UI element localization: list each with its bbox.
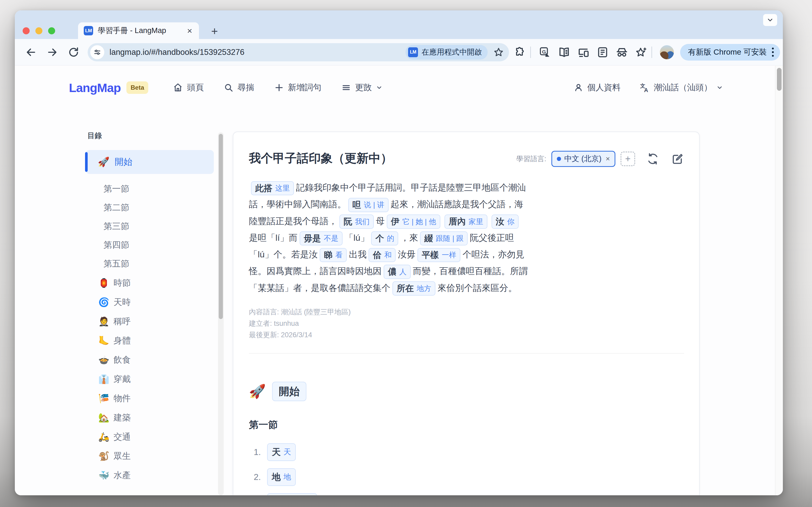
bookmark-star-icon[interactable] xyxy=(491,45,506,60)
page-scrollbar[interactable] xyxy=(775,66,783,495)
notes-list-extension-icon[interactable] xyxy=(596,46,609,58)
mandarin-gloss: 不是 xyxy=(324,233,338,243)
teochew-word: 地 xyxy=(272,471,281,483)
category-emoji-icon: 🌀 xyxy=(98,298,109,306)
forward-icon[interactable] xyxy=(43,43,62,62)
toc-item-start[interactable]: 🚀 開始 xyxy=(86,150,214,174)
site-settings-icon[interactable] xyxy=(90,45,104,59)
langmap-logo[interactable]: LangMap xyxy=(69,80,121,95)
add-language-button[interactable]: + xyxy=(620,152,635,166)
toolbar-divider xyxy=(652,47,652,58)
edit-icon[interactable] xyxy=(670,152,684,166)
tab-search-chevron-icon[interactable] xyxy=(763,14,777,26)
teochew-word: 佮 xyxy=(373,249,381,261)
word-chip[interactable]: 个的 xyxy=(371,231,398,246)
toc-category-item[interactable]: 🐒眾生 xyxy=(86,452,222,460)
toc-category-label: 飲食 xyxy=(113,355,130,364)
toc-category-item[interactable]: 🎏物件 xyxy=(86,394,222,402)
browser-toolbar: langmap.io/#/handbooks/1539253276 LM 在應用… xyxy=(15,39,783,65)
toc-section-item[interactable]: 第五節 xyxy=(86,260,222,268)
nav-home[interactable]: 頭頁 xyxy=(173,82,204,93)
section-heading: 🚀 開始 xyxy=(249,382,684,401)
teochew-word: 平樣 xyxy=(422,249,439,261)
word-chip[interactable]: 地地 xyxy=(267,468,296,486)
language-dot-icon xyxy=(557,157,561,161)
minimize-window-button[interactable] xyxy=(35,27,42,34)
word-chip[interactable]: 毋是不是 xyxy=(300,231,342,246)
site-header: LangMap Beta 頭頁 尋揣 xyxy=(15,66,775,109)
url-text[interactable]: langmap.io/#/handbooks/1539253276 xyxy=(109,48,405,57)
toc-category-label: 物件 xyxy=(113,394,130,403)
reload-icon[interactable] xyxy=(64,43,83,62)
word-chip[interactable]: 平樣一样 xyxy=(418,248,461,262)
teochew-word: 汝 xyxy=(496,216,504,227)
article-meta: 內容語言: 潮汕話 (陸豐三甲地區) 建立者: tsunhua 最後更新: 20… xyxy=(249,306,684,341)
close-window-button[interactable] xyxy=(22,27,30,34)
learning-language-chip[interactable]: 中文 (北京) × xyxy=(551,151,615,167)
incognito-extension-icon[interactable] xyxy=(616,46,628,58)
toc-section-item[interactable]: 第一節 xyxy=(86,185,222,193)
word-chip[interactable]: 呾说 | 讲 xyxy=(348,198,389,212)
nav-more[interactable]: 更敳 xyxy=(341,82,383,93)
word-chip[interactable]: 此搭这里 xyxy=(251,181,294,195)
paragraph-text: ，來 xyxy=(400,233,418,242)
word-chip[interactable]: 汝你 xyxy=(492,215,519,229)
toc-category-item[interactable]: 🤵稱呼 xyxy=(86,318,222,325)
category-emoji-icon: 👔 xyxy=(98,375,109,384)
toc-category-item[interactable]: 🏮時節 xyxy=(86,279,222,287)
toc-section-item[interactable]: 第三節 xyxy=(86,222,222,230)
browser-tab[interactable]: LM 學習手冊 - LangMap × xyxy=(78,22,199,39)
toc-category-item[interactable]: 🏡建築 xyxy=(86,414,222,421)
toc-category-item[interactable]: 🛵交通 xyxy=(86,433,222,441)
page-scrollbar-thumb[interactable] xyxy=(777,68,781,91)
remove-language-icon[interactable]: × xyxy=(606,155,610,163)
translate-extension-icon[interactable]: G xyxy=(539,46,551,58)
toc-category-label: 眾生 xyxy=(113,452,130,460)
ui-language-selector[interactable]: 文A 潮汕話（汕頭） xyxy=(639,82,723,93)
teochew-word: 儂 xyxy=(388,266,396,278)
profile-link[interactable]: 個人資料 xyxy=(574,82,620,93)
address-bar[interactable]: langmap.io/#/handbooks/1539253276 LM 在應用… xyxy=(88,43,509,61)
nav-search[interactable]: 尋揣 xyxy=(224,82,254,93)
ui-language-label: 潮汕話（汕頭） xyxy=(654,82,712,93)
back-icon[interactable] xyxy=(21,43,40,62)
word-chip[interactable]: 厝內家里 xyxy=(444,215,487,229)
word-chip[interactable]: 綴跟随 | 跟 xyxy=(420,231,468,246)
table-of-contents: 目錄 🚀 開始 第一節第二節第三節第四節第五節 🏮時節🌀天時🤵稱呼🦶身體🍲飲食👔… xyxy=(86,131,222,495)
toc-category-item[interactable]: 🌀天時 xyxy=(86,298,222,306)
toc-section-item[interactable]: 第二節 xyxy=(86,204,222,211)
word-chip[interactable]: 阮我们 xyxy=(339,215,374,229)
article-paragraph: 此搭这里記錄我印象中个甲子話用詞。甲子話是陸豐三甲地區个潮汕話，學術中歸入閩南語… xyxy=(249,179,529,296)
toc-scrollbar-thumb[interactable] xyxy=(219,134,223,319)
chrome-update-button[interactable]: 有新版 Chrome 可安裝 xyxy=(680,44,780,61)
open-in-app-label: 在應用程式中開啟 xyxy=(422,47,482,57)
send-to-device-icon[interactable] xyxy=(577,46,590,58)
favorites-extension-icon[interactable] xyxy=(635,46,647,58)
toc-scrollbar[interactable] xyxy=(218,132,224,495)
person-icon xyxy=(574,83,583,92)
word-chip[interactable]: 伊它 | 她 | 他 xyxy=(387,215,440,229)
open-in-app-chip[interactable]: LM 在應用程式中開啟 xyxy=(405,45,488,60)
word-chip[interactable]: 儂人 xyxy=(384,265,411,279)
browser-menu-icon[interactable] xyxy=(772,48,774,57)
sync-icon[interactable] xyxy=(646,152,660,166)
word-chip[interactable]: 睇看 xyxy=(320,248,347,262)
home-icon xyxy=(173,83,183,93)
nav-add-phrase[interactable]: 新增詞句 xyxy=(274,82,321,93)
toc-category-item[interactable]: 👔穿戴 xyxy=(86,375,222,383)
word-chip[interactable]: 所在地方 xyxy=(392,281,435,296)
new-tab-button[interactable]: + xyxy=(211,25,218,37)
toc-category-item[interactable]: 🦶身體 xyxy=(86,337,222,344)
profile-avatar[interactable] xyxy=(660,45,674,59)
toc-category-item[interactable]: 🍲飲食 xyxy=(86,356,222,364)
extensions-puzzle-icon[interactable] xyxy=(514,46,526,58)
word-chip[interactable]: 父父亲 | 父 xyxy=(267,493,317,495)
section-chip[interactable]: 開始 xyxy=(272,382,306,401)
toc-section-item[interactable]: 第四節 xyxy=(86,241,222,249)
zoom-window-button[interactable] xyxy=(48,27,55,34)
word-chip[interactable]: 佮和 xyxy=(369,248,395,262)
word-chip[interactable]: 天天 xyxy=(267,443,296,461)
reading-list-book-icon[interactable] xyxy=(558,46,571,58)
toc-category-item[interactable]: 🐳水產 xyxy=(86,471,222,479)
tab-close-icon[interactable]: × xyxy=(186,26,193,35)
